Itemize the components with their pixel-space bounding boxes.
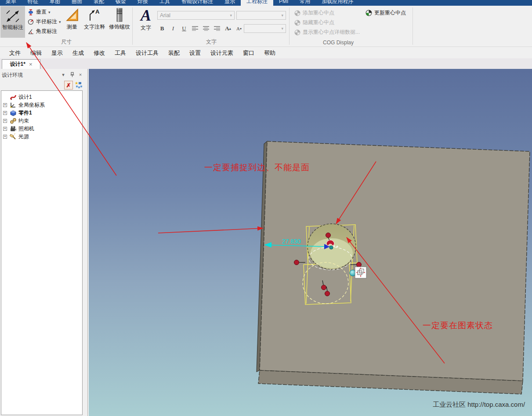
expander-plus[interactable]: + xyxy=(3,127,7,131)
menu-window[interactable]: 窗口 xyxy=(238,49,259,57)
tree-item-global-coords[interactable]: + 全局坐标系 xyxy=(1,101,82,109)
menu-modify[interactable]: 修改 xyxy=(89,49,110,57)
menu-bar: 文件 编辑 显示 生成 修改 工具 设计工具 装配 设置 设计元素 窗口 帮助 xyxy=(0,47,532,58)
tab-surface[interactable]: 曲面 xyxy=(66,0,88,6)
font-size-select[interactable]: ▾ xyxy=(236,11,286,20)
underline-button[interactable]: U xyxy=(179,24,189,33)
menu-display[interactable]: 显示 xyxy=(47,49,68,57)
increase-font-button[interactable]: A▴ xyxy=(223,24,233,33)
text-style-select[interactable]: ▾ xyxy=(244,24,286,33)
tab-label: 焊接 xyxy=(138,0,148,5)
tab-label: 智能设计标注 xyxy=(181,0,213,5)
tab-load-applications[interactable]: 加载应用程序 xyxy=(316,0,359,6)
menu-generate[interactable]: 生成 xyxy=(68,49,89,57)
document-tab-design1[interactable]: 设计1* × xyxy=(2,59,40,69)
ribbon-tab-bar: 菜单 特征 草图 曲面 装配 钣金 焊接 工具 智能设计标注 显示 工程标注 P… xyxy=(0,0,532,6)
pin-glyph xyxy=(70,72,74,77)
bold-button[interactable]: B xyxy=(157,24,167,33)
font-family-select[interactable]: Arial ▾ xyxy=(157,11,235,20)
tab-engineering-annotation[interactable]: 工程标注 xyxy=(241,0,273,6)
italic-button[interactable]: I xyxy=(168,24,178,33)
text-note-button[interactable]: A 文字注释 xyxy=(82,7,107,39)
tree-options-button[interactable] xyxy=(74,81,83,90)
measure-icon xyxy=(65,7,79,22)
tree-item-camera[interactable]: + 照相机 xyxy=(1,125,82,133)
add-cog-button[interactable]: 添加重心中点 xyxy=(294,9,334,17)
design-root-icon xyxy=(10,94,17,100)
expander-plus[interactable]: + xyxy=(3,111,7,115)
align-right-button[interactable] xyxy=(212,24,222,33)
constraint-icon xyxy=(10,118,17,124)
group-separator xyxy=(132,7,133,45)
text-tool-icon: A xyxy=(141,7,151,23)
tree-item-label: 零件1 xyxy=(18,109,32,117)
chevron-down-icon[interactable]: ▾ xyxy=(60,71,67,78)
cosmetic-thread-button[interactable]: 修饰螺纹 xyxy=(107,7,132,39)
align-left-button[interactable] xyxy=(190,24,200,33)
close-icon[interactable]: × xyxy=(77,71,84,78)
measure-button[interactable]: 测量 xyxy=(62,7,82,39)
add-cog-label: 添加重心中点 xyxy=(303,9,334,17)
tab-feature[interactable]: 特征 xyxy=(22,0,44,6)
group-separator xyxy=(289,7,290,45)
menu-settings[interactable]: 设置 xyxy=(185,49,206,57)
show-cog-details-label: 显示重心中点详细数据... xyxy=(303,29,360,36)
smart-dimension-button[interactable]: 智能标注 xyxy=(0,6,25,38)
tree-item-constraints[interactable]: + 约束 xyxy=(1,117,82,125)
vertical-dimension-button[interactable]: 垂直 ▾ xyxy=(27,8,51,16)
expander-plus[interactable]: + xyxy=(3,103,7,107)
tab-menu[interactable]: 菜单 xyxy=(0,0,22,6)
menu-edit[interactable]: 编辑 xyxy=(25,49,47,57)
update-cog-label: 更新重心中点 xyxy=(374,9,406,17)
update-cog-button[interactable]: 更新重心中点 xyxy=(366,9,406,17)
show-cog-details-button[interactable]: 显示重心中点详细数据... xyxy=(294,29,360,36)
application-window: 菜单 特征 草图 曲面 装配 钣金 焊接 工具 智能设计标注 显示 工程标注 P… xyxy=(0,0,532,416)
tab-common[interactable]: 常用 xyxy=(294,0,316,6)
cancel-button[interactable]: ✗ xyxy=(64,81,73,90)
text-tool-button[interactable]: A 文字 xyxy=(137,7,155,39)
chevron-down-icon: ▾ xyxy=(281,26,283,31)
annotation-element-state: 一定要在图素状态 xyxy=(423,320,493,331)
tab-display[interactable]: 显示 xyxy=(219,0,241,6)
angle-dimension-icon xyxy=(27,28,34,35)
expander-plus[interactable]: + xyxy=(3,135,7,139)
tab-label: 显示 xyxy=(224,0,235,5)
tab-weld[interactable]: 焊接 xyxy=(132,0,154,6)
decrease-font-button[interactable]: A▾ xyxy=(234,24,244,33)
group-separator xyxy=(413,7,413,45)
tree-item-lights[interactable]: + 光源 xyxy=(1,133,82,140)
align-center-button[interactable] xyxy=(201,24,211,33)
angle-dimension-button[interactable]: 角度标注 xyxy=(27,28,57,35)
slab-solid[interactable] xyxy=(257,141,530,394)
tree-options-icon xyxy=(75,81,83,89)
viewport-3d[interactable]: 27.830 xyxy=(89,69,532,416)
group-dimension: 智能标注 垂直 ▾ 半径标注 ▾ xyxy=(0,6,133,47)
tab-sheetmetal[interactable]: 钣金 xyxy=(110,0,132,6)
group-label-dimension: 尺寸 xyxy=(0,38,133,46)
tree-item-design1[interactable]: 设计1 xyxy=(1,93,82,101)
align-right-icon xyxy=(214,26,220,31)
tab-pmi[interactable]: PMI xyxy=(273,0,294,6)
close-icon[interactable]: × xyxy=(29,61,33,68)
tab-sketch[interactable]: 草图 xyxy=(44,0,66,6)
dimension-value[interactable]: 27.830 xyxy=(282,238,301,245)
tab-assembly[interactable]: 装配 xyxy=(88,0,110,6)
menu-design-elements[interactable]: 设计元素 xyxy=(206,49,238,57)
tab-tools[interactable]: 工具 xyxy=(154,0,176,6)
tree-item-part1[interactable]: + 零件1 xyxy=(1,109,82,117)
radius-dimension-button[interactable]: 半径标注 ▾ xyxy=(27,18,61,25)
update-cog-icon xyxy=(366,10,372,16)
menu-tools[interactable]: 工具 xyxy=(110,49,131,57)
tab-label: 特征 xyxy=(28,0,38,5)
pin-icon[interactable] xyxy=(69,71,76,78)
menu-assembly[interactable]: 装配 xyxy=(163,49,185,57)
decrease-font-label: A xyxy=(236,26,240,31)
menu-help[interactable]: 帮助 xyxy=(259,49,280,57)
group-text: A 文字 Arial ▾ ▾ B I U xyxy=(133,6,290,47)
expander-plus[interactable]: + xyxy=(3,119,7,123)
hide-cog-button[interactable]: 隐藏重心中点 xyxy=(294,19,334,26)
tab-label: 装配 xyxy=(94,0,104,5)
menu-file[interactable]: 文件 xyxy=(4,49,25,57)
menu-design-tools[interactable]: 设计工具 xyxy=(131,49,163,57)
tab-smart-design-annotation[interactable]: 智能设计标注 xyxy=(176,0,219,6)
